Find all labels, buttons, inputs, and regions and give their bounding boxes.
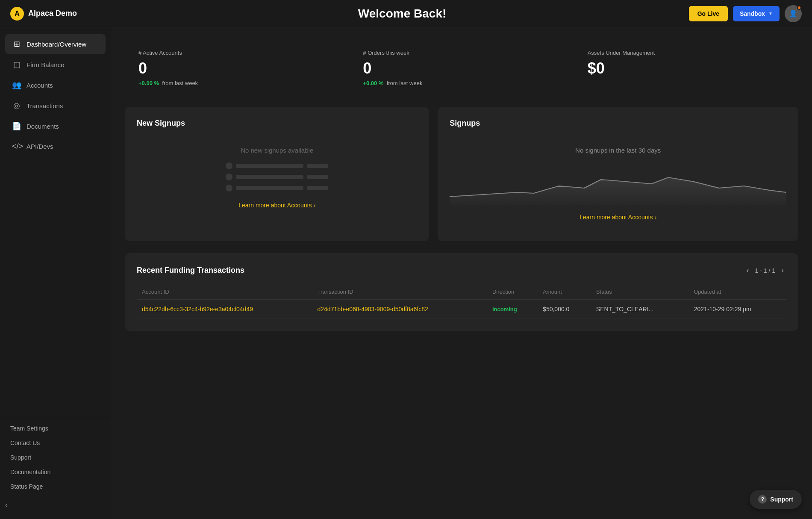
avatar-notification-dot (797, 6, 801, 10)
sidebar-label-transactions: Transactions (26, 102, 63, 109)
placeholder-bar-1 (236, 164, 303, 168)
new-signups-empty: No new signups available (137, 138, 417, 217)
stat-aum-value: $0 (588, 59, 785, 77)
signups-chart-title: Signups (450, 119, 786, 128)
col-transaction-id: Transaction ID (312, 284, 487, 300)
new-signups-card: New Signups No new signups available (125, 107, 429, 241)
transactions-header: Recent Funding Transactions ‹ 1 - 1 / 1 … (137, 265, 786, 276)
support-button[interactable]: ? Support (750, 490, 802, 509)
new-signups-title: New Signups (137, 119, 417, 128)
cell-amount: $50,000.0 (538, 300, 591, 319)
sidebar-item-transactions[interactable]: ◎ Transactions (5, 96, 106, 115)
sandbox-dropdown-arrow: ▼ (768, 11, 773, 16)
new-signups-placeholder (137, 162, 417, 192)
stat-aum-label: Assets Under Management (588, 50, 785, 56)
stat-active-accounts: # Active Accounts 0 +0.00 % from last we… (125, 41, 349, 95)
placeholder-dot-2 (226, 174, 232, 180)
stat-aum: Assets Under Management $0 (574, 41, 798, 95)
stat-orders: # Orders this week 0 +0.00 % from last w… (349, 41, 574, 95)
stat-orders-change: +0.00 % from last week (363, 80, 560, 86)
placeholder-tag-1 (307, 164, 328, 168)
documents-icon: 📄 (12, 121, 21, 131)
pagination-info: 1 - 1 / 1 (755, 267, 775, 274)
firm-balance-icon: ◫ (12, 60, 21, 69)
table-row: d54c22db-6cc3-32c4-b92e-e3a04cf04d49 d24… (137, 300, 786, 319)
sidebar-collapse-button[interactable]: ‹ (0, 498, 111, 512)
stat-active-accounts-change-text: from last week (162, 80, 198, 86)
signups-chart-card: Signups No signups in the last 30 days (438, 107, 798, 241)
sidebar-item-dashboard[interactable]: ⊞ Dashboard/Overview (5, 34, 106, 54)
transactions-section: Recent Funding Transactions ‹ 1 - 1 / 1 … (125, 253, 798, 331)
new-signups-learn-more[interactable]: Learn more about Accounts › (238, 202, 315, 209)
col-amount: Amount (538, 284, 591, 300)
stat-active-accounts-label: # Active Accounts (138, 50, 335, 56)
placeholder-tag-3 (307, 186, 328, 190)
stat-orders-value: 0 (363, 59, 560, 77)
stat-orders-change-text: from last week (387, 80, 423, 86)
stat-active-accounts-value: 0 (138, 59, 335, 77)
sidebar: ⊞ Dashboard/Overview ◫ Firm Balance 👥 Ac… (0, 27, 111, 519)
placeholder-dot-3 (226, 185, 232, 192)
transactions-icon: ◎ (12, 101, 21, 110)
sandbox-label: Sandbox (740, 10, 765, 17)
stat-orders-label: # Orders this week (363, 50, 560, 56)
user-avatar[interactable]: 👤 (785, 5, 802, 22)
avatar-icon: 👤 (789, 9, 797, 18)
new-signups-empty-text: No new signups available (241, 147, 313, 154)
transactions-title: Recent Funding Transactions (137, 266, 244, 275)
placeholder-row-2 (226, 174, 328, 180)
placeholder-bar-3 (236, 186, 303, 190)
placeholder-tag-2 (307, 175, 328, 179)
sidebar-nav: ⊞ Dashboard/Overview ◫ Firm Balance 👥 Ac… (0, 34, 111, 417)
api-devs-icon: </> (12, 142, 21, 151)
col-account-id: Account ID (137, 284, 312, 300)
sidebar-label-documents: Documents (26, 123, 59, 130)
sidebar-item-team-settings[interactable]: Team Settings (10, 422, 100, 434)
sandbox-button[interactable]: Sandbox ▼ (733, 6, 780, 21)
signups-chart-empty: No signups in the last 30 days (450, 138, 786, 229)
sidebar-item-firm-balance[interactable]: ◫ Firm Balance (5, 55, 106, 74)
sidebar-item-documentation[interactable]: Documentation (10, 466, 100, 478)
new-signups-learn-more-text: Learn more about Accounts (238, 202, 312, 209)
transactions-table: Account ID Transaction ID Direction Amou… (137, 284, 786, 319)
sidebar-item-accounts[interactable]: 👥 Accounts (5, 75, 106, 95)
cell-transaction-id[interactable]: d24d71bb-e068-4903-9009-d50df8a6fc82 (312, 300, 487, 319)
page-title: Welcome Back! (358, 7, 689, 21)
transactions-table-body: d54c22db-6cc3-32c4-b92e-e3a04cf04d49 d24… (137, 300, 786, 319)
col-status: Status (591, 284, 689, 300)
sidebar-label-firm-balance: Firm Balance (26, 61, 64, 68)
sidebar-item-contact-us[interactable]: Contact Us (10, 437, 100, 449)
signups-chart-svg (450, 162, 786, 205)
stats-row: # Active Accounts 0 +0.00 % from last we… (125, 41, 798, 95)
sidebar-item-support[interactable]: Support (10, 451, 100, 463)
signups-learn-more[interactable]: Learn more about Accounts › (580, 214, 656, 221)
header-logo: A Alpaca Demo (10, 7, 341, 21)
dashboard-icon: ⊞ (12, 39, 21, 49)
pagination-next-button[interactable]: › (779, 265, 786, 276)
sidebar-label-api-devs: API/Devs (26, 143, 53, 150)
col-direction: Direction (487, 284, 538, 300)
header: A Alpaca Demo Welcome Back! Go Live Sand… (0, 0, 812, 27)
cell-account-id[interactable]: d54c22db-6cc3-32c4-b92e-e3a04cf04d49 (137, 300, 312, 319)
signups-chart-area (450, 162, 786, 205)
header-actions: Go Live Sandbox ▼ 👤 (689, 5, 802, 22)
pagination-prev-button[interactable]: ‹ (744, 265, 752, 276)
support-label: Support (770, 496, 793, 503)
placeholder-row-1 (226, 162, 328, 169)
sidebar-item-api-devs[interactable]: </> API/Devs (5, 137, 106, 156)
placeholder-dot-1 (226, 162, 232, 169)
go-live-button[interactable]: Go Live (689, 6, 728, 21)
direction-badge: Incoming (492, 306, 517, 313)
transactions-table-head: Account ID Transaction ID Direction Amou… (137, 284, 786, 300)
accounts-icon: 👥 (12, 80, 21, 90)
stat-active-accounts-change-value: +0.00 % (138, 80, 159, 86)
new-signups-learn-more-arrow: › (313, 202, 315, 209)
pagination: ‹ 1 - 1 / 1 › (744, 265, 786, 276)
sidebar-item-status-page[interactable]: Status Page (10, 481, 100, 492)
sidebar-label-dashboard: Dashboard/Overview (26, 41, 86, 48)
sidebar-item-documents[interactable]: 📄 Documents (5, 116, 106, 136)
sidebar-label-accounts: Accounts (26, 82, 53, 89)
collapse-icon: ‹ (5, 501, 7, 508)
cards-row: New Signups No new signups available (125, 107, 798, 241)
layout: ⊞ Dashboard/Overview ◫ Firm Balance 👥 Ac… (0, 27, 812, 519)
